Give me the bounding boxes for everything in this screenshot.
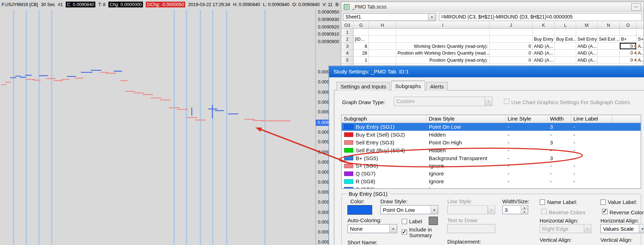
subgraph-row[interactable]: R (SG8)Ignore---: [342, 178, 640, 185]
spreadsheet-cell[interactable]: A...: [637, 50, 644, 57]
graph-draw-type-select[interactable]: Custom ▼: [394, 97, 493, 106]
spreadsheet-cell[interactable]: A...: [637, 57, 644, 64]
list-column-header[interactable]: Subgraph: [342, 115, 427, 123]
spreadsheet-cell[interactable]: Sell Exit ...: [598, 36, 620, 43]
column-header[interactable]: L: [555, 22, 576, 29]
horizontal-align-right-select[interactable]: Values Scale ▼: [601, 224, 644, 233]
spreadsheet-cell[interactable]: [555, 29, 576, 36]
spreadsheet-cell[interactable]: [598, 57, 620, 64]
label-checkbox[interactable]: [402, 219, 407, 224]
spreadsheet-cell[interactable]: 0: [489, 50, 533, 57]
color-button[interactable]: [347, 205, 372, 215]
spreadsheet-cell[interactable]: [369, 43, 396, 50]
dialog-titlebar[interactable]: Study Settings: _PMO Tab. ID:1: [329, 66, 644, 77]
spreadsheet-cell[interactable]: Sell Entry: [576, 36, 598, 43]
spinner-up-down-icons[interactable]: ▲▼: [521, 206, 528, 214]
spreadsheet-cell[interactable]: [354, 29, 369, 36]
spreadsheet-cell[interactable]: [369, 57, 396, 64]
spreadsheet-cell[interactable]: 8: [354, 43, 369, 50]
minimize-button[interactable]: —: [631, 3, 641, 11]
label-color-button[interactable]: [429, 217, 438, 225]
spreadsheet-cell[interactable]: [396, 36, 490, 43]
spreadsheet-cell[interactable]: AND (A...: [576, 50, 598, 57]
spreadsheet-cell[interactable]: Position Quantity (read-only):: [396, 57, 490, 64]
spreadsheet-cell[interactable]: [369, 29, 396, 36]
spreadsheet-cell[interactable]: [369, 50, 396, 57]
spreadsheet-cell[interactable]: Buy Exit...: [555, 36, 576, 43]
spreadsheet-cell[interactable]: 0: [620, 43, 637, 50]
subgraph-row[interactable]: Buy Entry (SG1)Point On Low-3-: [342, 123, 640, 131]
subgraph-row[interactable]: B+ (SG5)Background Transparent-3-: [342, 154, 640, 162]
subgraph-row[interactable]: Buy Exit (Sell) (SG2)Hidden---: [342, 131, 640, 139]
column-header[interactable]: H: [369, 22, 396, 29]
column-header[interactable]: I: [396, 22, 490, 29]
subgraph-row[interactable]: S (SG9)Ignore---: [342, 185, 640, 189]
column-header[interactable]: O: [620, 22, 637, 29]
column-header[interactable]: J: [489, 22, 533, 29]
column-header[interactable]: G: [354, 22, 369, 29]
spreadsheet-cell[interactable]: [598, 43, 620, 50]
value-label-checkbox[interactable]: [601, 199, 606, 205]
spreadsheet-cell[interactable]: 0: [489, 43, 533, 50]
list-column-header[interactable]: Draw Style: [427, 115, 505, 123]
name-label-checkbox[interactable]: [540, 199, 545, 205]
spreadsheet-cell[interactable]: AND (A...: [533, 43, 555, 50]
spreadsheet-cell[interactable]: S+: [637, 36, 644, 43]
tab-settings-and-inputs[interactable]: Settings and Inputs: [336, 82, 390, 90]
spreadsheet-cell[interactable]: [489, 29, 533, 36]
spreadsheet-cell[interactable]: Position with Working Orders Quantity (r…: [396, 50, 490, 57]
spreadsheet-cell[interactable]: 1: [354, 57, 369, 64]
spreadsheet-cell[interactable]: [598, 29, 620, 36]
reverse-color-checkbox[interactable]: [602, 209, 607, 214]
formula-bar[interactable]: =MROUND (C3, $H$21)-MROUND (D3, $H$21)=0…: [439, 13, 642, 21]
column-header[interactable]: N: [598, 22, 620, 29]
spreadsheet-cell[interactable]: 0: [489, 57, 533, 64]
spreadsheet-cell[interactable]: [ID...: [354, 36, 369, 43]
name-box-cell[interactable]: O3: [341, 22, 354, 29]
spreadsheet-cell[interactable]: [396, 29, 490, 36]
row-header[interactable]: 2: [341, 36, 354, 43]
horizontal-align-left-select[interactable]: Right Edge ▼: [540, 224, 591, 233]
spreadsheet-cell[interactable]: [555, 43, 576, 50]
spreadsheet-cell[interactable]: AND (A...: [576, 57, 598, 64]
spreadsheet-cell[interactable]: AND (A...: [533, 57, 555, 64]
spreadsheet-cell[interactable]: [620, 29, 637, 36]
reverse-colors-checkbox[interactable]: [541, 209, 547, 214]
subgraph-row[interactable]: Sell Exit (Buy) (SG4)Hidden---: [342, 146, 640, 154]
subgraph-row[interactable]: Q (SG7)Ignore---: [342, 170, 640, 178]
spreadsheet-cell[interactable]: [533, 29, 555, 36]
subgraph-row[interactable]: Sell Entry (SG3)Point On High-3-: [342, 139, 640, 147]
spreadsheet-cell[interactable]: [555, 50, 576, 57]
width-size-spinner[interactable]: 3 ▲▼: [502, 205, 528, 214]
spreadsheet-cell[interactable]: A...: [637, 43, 644, 50]
row-header[interactable]: 5: [341, 57, 354, 64]
spreadsheet-cell[interactable]: Buy Entry: [533, 36, 555, 43]
spreadsheet-cell[interactable]: [369, 36, 396, 43]
spreadsheet-cell[interactable]: 0: [620, 50, 637, 57]
sheet-selector[interactable]: Sheet1 ▼: [343, 13, 436, 21]
column-header[interactable]: M: [576, 22, 598, 29]
list-column-header[interactable]: Line Style: [505, 115, 548, 123]
spreadsheet-cell[interactable]: 0: [620, 57, 637, 64]
auto-coloring-select[interactable]: None ▼: [347, 224, 397, 233]
spreadsheet-cell[interactable]: [598, 50, 620, 57]
spreadsheet-titlebar[interactable]: _PMO Tab.scss —: [341, 2, 644, 12]
text-to-draw-input[interactable]: [447, 224, 495, 233]
tab-alerts[interactable]: Alerts: [426, 82, 448, 90]
column-header[interactable]: K: [533, 22, 555, 29]
draw-style-select[interactable]: Point On Low ▼: [380, 205, 438, 214]
spreadsheet-cell[interactable]: [489, 36, 533, 43]
column-header[interactable]: P: [637, 22, 644, 29]
list-column-header[interactable]: Line Label: [571, 115, 612, 123]
row-header[interactable]: 3: [341, 43, 354, 50]
spreadsheet-cell[interactable]: [637, 29, 644, 36]
spreadsheet-cell[interactable]: AND (A...: [533, 50, 555, 57]
spreadsheet-cell[interactable]: 28: [354, 50, 369, 57]
tab-subgraphs[interactable]: Subgraphs: [391, 81, 425, 91]
include-in-summary-checkbox[interactable]: [402, 229, 407, 235]
row-header[interactable]: 4: [341, 50, 354, 57]
spreadsheet-cell[interactable]: AND (A...: [576, 43, 598, 50]
row-header[interactable]: 1: [341, 29, 354, 36]
use-chart-graphics-checkbox[interactable]: [504, 99, 509, 104]
spreadsheet-cell[interactable]: [576, 29, 598, 36]
